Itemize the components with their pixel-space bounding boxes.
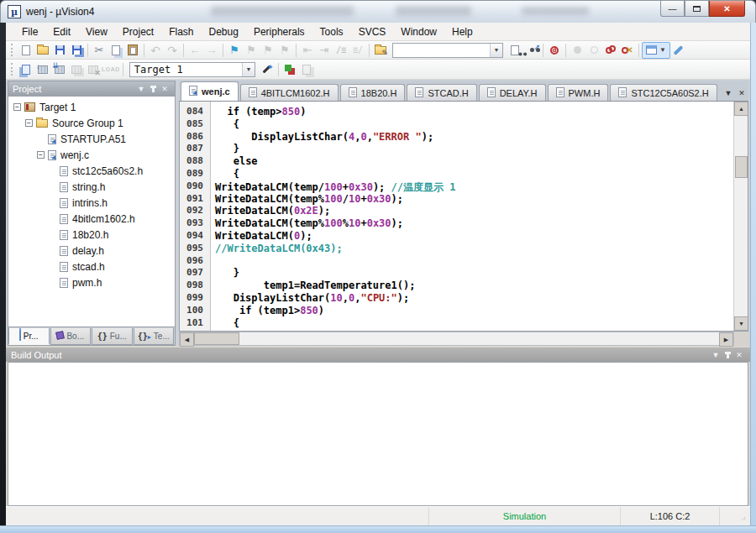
breakpoint-disable-all-icon[interactable] [602, 43, 619, 58]
editor-tab-wenj-c[interactable]: wenj.c [181, 81, 239, 101]
undo-icon[interactable]: ↶ [147, 43, 164, 58]
find-next-icon[interactable]: ➚ [523, 43, 540, 58]
pin-icon[interactable] [147, 83, 159, 95]
panel-menu-icon[interactable]: ▼ [135, 83, 147, 95]
close-button[interactable]: ✕ [709, 1, 745, 17]
open-file-icon[interactable] [34, 43, 51, 58]
save-file-icon[interactable] [51, 43, 68, 58]
tree-expander-icon[interactable]: − [13, 103, 21, 111]
code-line[interactable]: 091WriteDataLCM(temp%100/10+0x30); [180, 193, 733, 206]
tree-item-delay-h[interactable]: delay.h [12, 243, 175, 259]
menu-debug[interactable]: Debug [202, 24, 246, 40]
build-target-icon[interactable]: ↓ [34, 62, 51, 77]
breakpoint-enable-disable-icon[interactable] [585, 43, 602, 58]
menu-window[interactable]: Window [393, 24, 444, 40]
build-output-content[interactable] [8, 362, 748, 506]
code-line[interactable]: 086 DisplayListChar(4,0,"ERROR "); [180, 131, 733, 144]
search-combobox[interactable]: ▼ [392, 43, 503, 58]
tree-item-stc12c5a60s2-h[interactable]: stc12c5a60s2.h [12, 163, 175, 179]
comment-selection-icon[interactable]: /≡ [333, 43, 349, 58]
save-all-icon[interactable] [68, 43, 85, 58]
toggle-bookmark-icon[interactable]: ⚑ [226, 43, 243, 58]
code-line[interactable]: 096 [180, 255, 733, 268]
editor-tab-delay-h[interactable]: DELAY.H [479, 84, 546, 101]
menu-flash[interactable]: Flash [161, 24, 201, 40]
manage-components-icon[interactable] [281, 62, 298, 77]
code-editor[interactable]: 084 if (temp>850)085 {086 DisplayListCha… [179, 101, 748, 332]
close-icon[interactable]: ✕ [733, 349, 745, 361]
uncomment-selection-icon[interactable]: ≡/ [349, 43, 366, 58]
menu-project[interactable]: Project [115, 24, 161, 40]
horizontal-scroll-thumb[interactable] [194, 332, 239, 345]
menu-peripherals[interactable]: Peripherals [246, 24, 312, 40]
menu-svcs[interactable]: SVCS [351, 24, 394, 40]
code-line[interactable]: 085 { [180, 118, 733, 131]
vertical-scroll-track[interactable] [734, 116, 748, 316]
menu-tools[interactable]: Tools [312, 24, 351, 40]
code-line[interactable]: 092WriteDataLCM(0x2E); [180, 205, 733, 217]
new-file-icon[interactable] [18, 43, 34, 58]
tree-item-string-h[interactable]: string.h [12, 179, 175, 195]
panel-tab-fu[interactable]: {}Fu... [92, 328, 133, 345]
code-line[interactable]: 100 if (temp1>850) [180, 305, 733, 317]
pin-icon[interactable] [722, 349, 733, 361]
tree-item-intrins-h[interactable]: intrins.h [12, 195, 175, 211]
scroll-up-icon[interactable]: ▲ [734, 102, 748, 116]
close-icon[interactable]: ✕ [159, 83, 171, 95]
outdent-icon[interactable]: ⇤ [299, 43, 316, 58]
panel-tab-te[interactable]: {}▸Te... [134, 328, 175, 345]
menu-view[interactable]: View [78, 24, 115, 40]
code-line[interactable]: 093WriteDataLCM(temp%100%10+0x30); [180, 217, 733, 230]
paste-icon[interactable] [124, 43, 141, 58]
rebuild-all-icon[interactable]: ⇊ [51, 62, 68, 77]
find-text-icon[interactable] [507, 43, 523, 58]
code-line[interactable]: 087 } [180, 143, 733, 155]
navigate-forward-icon[interactable]: → [203, 43, 220, 58]
editor-tab-pwm-h[interactable]: PWM.H [548, 84, 609, 101]
find-in-files-icon[interactable]: ✎ [372, 43, 389, 58]
code-line[interactable]: 099 DisplayListChar(10,0,"CPU:"); [180, 292, 733, 305]
tree-expander-icon[interactable]: − [37, 151, 45, 159]
configure-icon[interactable] [670, 43, 687, 58]
tree-item-18b20-h[interactable]: 18b20.h [12, 227, 175, 243]
clear-all-bookmarks-icon[interactable]: ⚑ [276, 43, 293, 58]
navigate-back-icon[interactable]: ← [186, 43, 203, 58]
copy-icon[interactable] [108, 43, 124, 58]
translate-file-icon[interactable] [18, 62, 34, 77]
download-to-flash-icon[interactable]: LOAD [102, 62, 120, 77]
code-line[interactable]: 098 temp1=ReadTemperature1(); [180, 280, 733, 292]
horizontal-scroll-track[interactable] [194, 332, 719, 345]
menu-file[interactable]: File [14, 24, 45, 40]
breakpoint-toggle-icon[interactable] [569, 43, 585, 58]
title-bar[interactable]: µ wenj - µVision4 — ✕ [0, 0, 756, 23]
tree-item-startup-a51[interactable]: STARTUP.A51 [12, 131, 175, 147]
panel-tab-pr[interactable]: Pr... [8, 328, 50, 345]
batch-build-icon[interactable] [68, 62, 85, 77]
code-line[interactable]: 088 else [180, 155, 733, 168]
toolbar-grip[interactable] [11, 44, 15, 56]
tree-item-wenj-c[interactable]: −wenj.c [12, 147, 175, 163]
editor-tab-18b20-h[interactable]: 18B20.H [340, 84, 406, 101]
window-layout-icon[interactable]: ▼ [642, 42, 670, 59]
tree-item-target-1[interactable]: −Target 1 [12, 99, 175, 115]
options-for-target-icon[interactable]: ✦ [259, 62, 276, 77]
breakpoint-kill-all-icon[interactable]: ✕ [619, 43, 636, 58]
dropdown-arrow-icon[interactable]: ▼ [490, 44, 502, 57]
menu-edit[interactable]: Edit [45, 24, 78, 40]
panel-tab-bo[interactable]: Bo... [50, 328, 92, 345]
vertical-scroll-thumb[interactable] [735, 156, 748, 178]
menu-help[interactable]: Help [444, 24, 480, 40]
maximize-button[interactable] [685, 1, 709, 17]
code-line[interactable]: 101 { [180, 317, 733, 330]
toolbar-grip[interactable] [11, 63, 15, 76]
scroll-right-icon[interactable]: ▶ [719, 332, 733, 347]
code-line[interactable]: 095//WriteDataLCM(0x43); [180, 243, 733, 255]
tree-item-pwm-h[interactable]: pwm.h [12, 274, 175, 290]
code-line[interactable]: 094WriteDataLCM(0); [180, 230, 733, 243]
editor-tab-4bitlcm1602-h[interactable]: 4BITLCM1602.H [240, 84, 339, 101]
tree-item-4bitlcm1602-h[interactable]: 4bitlcm1602.h [12, 211, 175, 227]
redo-icon[interactable]: ↷ [164, 43, 181, 58]
next-bookmark-icon[interactable]: ⚑ [260, 43, 276, 58]
code-line[interactable]: 084 if (temp>850) [180, 106, 733, 118]
code-line[interactable]: 089 { [180, 168, 733, 180]
